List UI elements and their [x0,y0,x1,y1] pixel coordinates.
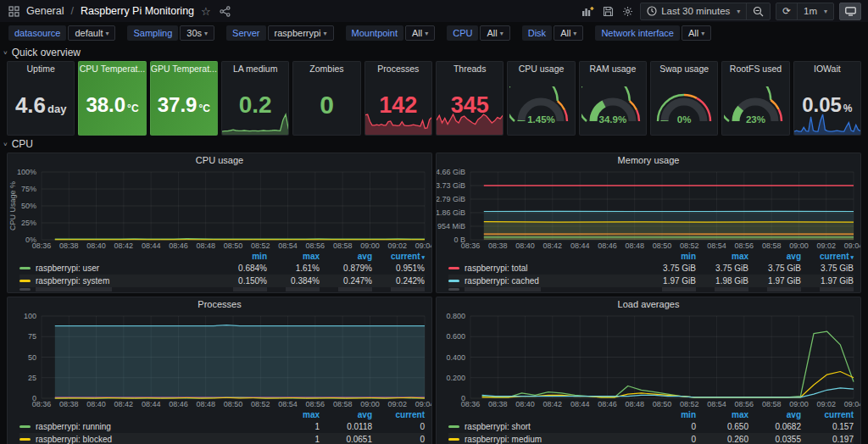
series-name[interactable]: raspberrypi: user [36,264,99,273]
chevron-down-icon: ▾ [573,30,576,37]
panel-title[interactable]: Uptime [8,62,74,75]
section-header-cpu[interactable]: ˅ CPU [3,137,861,151]
panel-title[interactable]: GPU Temperat... [151,62,217,75]
panel-title[interactable]: Zombies [293,62,359,75]
panel-title[interactable]: Processes [365,62,431,75]
panel-title[interactable]: Threads [437,62,503,75]
legend-col-avg[interactable]: avg [320,410,372,419]
settings-gear-icon[interactable] [620,4,635,19]
stat-value: 0 [320,92,334,118]
section-header-quick-overview[interactable]: ˅ Quick overview [3,46,861,59]
legend-col-avg[interactable]: avg [748,252,801,261]
chart-canvas[interactable]: 0 B954 MiB1.86 GiB2.79 GiB3.73 GiB4.66 G… [437,167,860,251]
dashboards-grid-icon[interactable] [7,4,21,19]
legend-value: 1.97 GiB [748,276,801,286]
variable-label: Network interface [595,25,680,41]
variable-value-dropdown[interactable]: 30s▾ [180,25,214,41]
legend-col-max[interactable]: max [267,410,320,419]
dashboard-title: Raspberry Pi Monitoring [81,5,194,17]
svg-text:08:44: 08:44 [142,241,161,250]
share-icon[interactable] [218,4,232,19]
panel-title[interactable]: CPU usage [8,153,431,167]
svg-text:3.73 GiB: 3.73 GiB [437,181,465,190]
svg-text:09:02: 09:02 [816,400,836,408]
series-name[interactable]: raspberrypi: cached [465,276,539,286]
legend-col-current[interactable]: current [372,410,425,419]
series-line [482,388,854,397]
series-name[interactable]: raspberrypi: medium [465,435,542,444]
time-range-picker[interactable]: Last 30 minutes ▾ [641,3,746,19]
variable-value-dropdown[interactable]: default▾ [68,25,115,41]
chevron-down-icon: ▾ [701,30,704,37]
panel-title[interactable]: CPU Temperat... [79,62,145,75]
chart-canvas[interactable]: 00.2000.4000.6000.80008:3608:3808:4008:4… [437,311,860,409]
series-color-marker [19,438,31,441]
chart-canvas[interactable]: 0%25%50%75%100%08:3608:3808:4008:4208:44… [8,167,431,251]
panel-title[interactable]: RAM usage [580,62,646,75]
chart-plot: 00.2000.4000.6000.80008:3608:3808:4008:4… [437,311,860,409]
series-name[interactable]: raspberrypi: blocked [36,435,112,444]
svg-text:08:50: 08:50 [653,241,672,250]
legend-col-current[interactable]: current [801,410,854,419]
panel-title[interactable]: Memory usage [437,153,860,167]
breadcrumb-folder[interactable]: General [26,5,64,17]
legend-value: 0.951% [372,264,425,273]
save-icon[interactable] [601,4,615,19]
legend-row: raspberrypi: cached1.97 GiB1.98 GiB1.97 … [448,275,854,287]
legend-col-avg[interactable]: avg [748,410,801,419]
svg-text:25%: 25% [21,219,36,227]
legend-col-max[interactable]: max [696,252,748,261]
svg-text:09:00: 09:00 [360,400,380,408]
legend-value: 1.61% [267,264,320,273]
chart-panel-processes: Processes025507510008:3608:3808:4008:420… [7,297,432,444]
panel-title[interactable]: IOWait [794,62,860,75]
legend-col-max[interactable]: max [696,410,748,419]
chevron-down-icon: ▾ [500,30,504,37]
section-title: Quick overview [12,47,81,58]
chart-panel-cpu-usage: CPU usage0%25%50%75%100%08:3608:3808:400… [7,153,432,293]
variable-value-dropdown[interactable]: All▾ [682,25,711,41]
series-name[interactable]: raspberrypi: system [36,276,109,286]
series-color-marker [19,280,31,282]
stat-panel-cpu-temperature: CPU Temperat...38.0°C [78,61,146,136]
refresh-interval-picker[interactable]: 1m ▾ [797,3,833,19]
top-nav: General / Raspberry Pi Monitoring ☆ Last… [0,0,868,22]
legend-col-current[interactable]: current▾ [372,252,425,261]
panel-title[interactable]: Load averages [437,297,860,311]
gauge: 23% [724,86,787,125]
zoom-out-icon[interactable] [746,3,770,19]
chart-canvas[interactable]: 025507510008:3608:3808:4008:4208:4408:46… [8,311,431,409]
cycle-view-tv-icon[interactable] [839,3,861,20]
refresh-interval-label: 1m [804,6,817,16]
legend-col-max[interactable]: max [267,252,320,261]
panel-title[interactable]: Swap usage [651,62,717,75]
variable-value-dropdown[interactable]: All▾ [405,25,435,41]
legend-col-current[interactable]: current▾ [801,252,854,261]
legend-col-avg[interactable]: avg [320,252,372,261]
breadcrumb: General / Raspberry Pi Monitoring ☆ [7,3,232,19]
chevron-down-icon: ▾ [824,8,827,15]
chevron-down-icon: ▾ [105,30,108,37]
variable-value-dropdown[interactable]: raspberrypi▾ [268,25,334,41]
refresh-group: ⟳ 1m ▾ [776,3,834,20]
legend-col-min[interactable]: min [643,410,696,419]
series-name[interactable]: raspberrypi: short [465,422,531,431]
series-name[interactable]: raspberrypi: total [465,264,527,273]
panel-title[interactable]: Processes [8,297,431,311]
legend-col-min[interactable]: min [214,252,267,261]
panel-title[interactable]: CPU usage [508,62,574,75]
series-name[interactable]: raspberrypi: running [36,422,111,431]
legend-header: maxavgcurrent [19,409,425,420]
legend-value: 0.157 [801,422,854,431]
legend-col-min[interactable]: min [643,252,696,261]
sort-chevron-icon: ▾ [850,254,854,260]
panel-title[interactable]: LA medium [222,62,288,75]
variable-value-dropdown[interactable]: All▾ [480,25,509,41]
add-panel-icon[interactable] [580,4,596,19]
star-icon[interactable]: ☆ [199,3,213,19]
panel-title[interactable]: RootFS used [722,62,788,75]
refresh-icon[interactable]: ⟳ [776,3,797,19]
variable-value-dropdown[interactable]: All▾ [554,25,583,41]
legend-row: raspberrypi: system0.150%0.384%0.247%0.2… [19,275,425,287]
svg-text:08:36: 08:36 [32,241,52,250]
